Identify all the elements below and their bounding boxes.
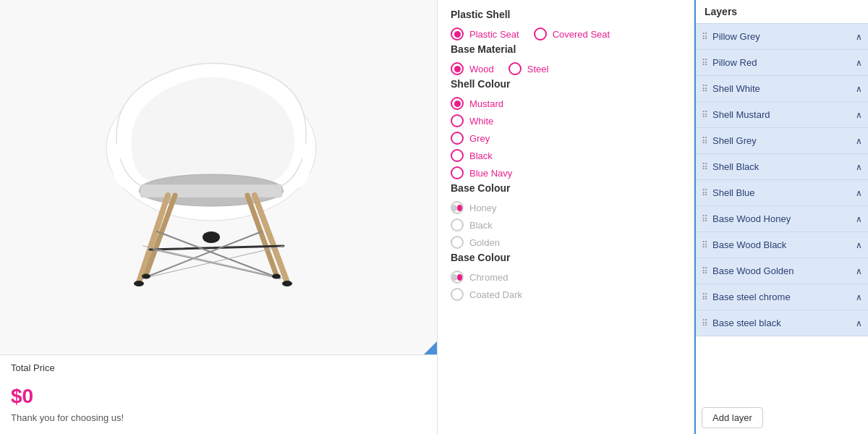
steel-option[interactable]: Steel — [509, 62, 549, 75]
layer-item-shell-mustard[interactable]: ⠿ Shell Mustard ∧ — [696, 102, 868, 128]
layer-name-shell-blue: Shell Blue — [712, 187, 856, 198]
left-panel: Total Price $0 Thank you for choosing us… — [0, 0, 438, 434]
layer-name-shell-grey: Shell Grey — [712, 135, 856, 146]
mustard-label: Mustard — [469, 98, 503, 109]
chevron-shell-mustard[interactable]: ∧ — [856, 110, 862, 120]
drag-handle-shell-blue[interactable]: ⠿ — [702, 188, 708, 198]
chair-image — [74, 36, 363, 318]
drag-handle-base-wood-black[interactable]: ⠿ — [702, 240, 708, 250]
chevron-shell-white[interactable]: ∧ — [856, 84, 862, 94]
covered-seat-option[interactable]: Covered Seat — [534, 27, 610, 41]
honey-radio[interactable] — [451, 201, 464, 214]
drag-handle-shell-white[interactable]: ⠿ — [702, 84, 708, 94]
drag-handle-base-steel-chrome[interactable]: ⠿ — [702, 292, 708, 302]
black-radio[interactable] — [451, 149, 464, 162]
chevron-base-wood-honey[interactable]: ∧ — [856, 214, 862, 224]
plastic-seat-option[interactable]: Plastic Seat — [451, 27, 519, 41]
black-label: Black — [469, 150, 493, 161]
layer-item-pillow-red[interactable]: ⠿ Pillow Red ∧ — [696, 50, 868, 76]
steel-radio[interactable] — [509, 62, 522, 75]
layer-item-base-wood-golden[interactable]: ⠿ Base Wood Golden ∧ — [696, 258, 868, 284]
base-colour-steel-section: Base Colour Chromed Coated Dark — [451, 252, 681, 301]
chromed-radio[interactable] — [451, 271, 464, 284]
wood-option[interactable]: Wood — [451, 62, 494, 75]
blue-navy-label: Blue Navy — [469, 168, 512, 179]
plastic-shell-title: Plastic Shell — [451, 9, 681, 20]
white-option[interactable]: White — [451, 114, 681, 127]
white-label: White — [469, 116, 493, 127]
layer-name-base-wood-black: Base Wood Black — [712, 239, 856, 250]
drag-handle-base-wood-honey[interactable]: ⠿ — [702, 214, 708, 224]
black-wood-radio[interactable] — [451, 218, 464, 231]
layer-item-base-wood-honey[interactable]: ⠿ Base Wood Honey ∧ — [696, 206, 868, 232]
price-area: Total Price $0 Thank you for choosing us… — [0, 354, 437, 434]
layer-item-base-wood-black[interactable]: ⠿ Base Wood Black ∧ — [696, 232, 868, 258]
layer-item-shell-grey[interactable]: ⠿ Shell Grey ∧ — [696, 128, 868, 154]
blue-navy-option[interactable]: Blue Navy — [451, 166, 681, 179]
honey-label: Honey — [469, 203, 497, 213]
drag-handle-pillow-grey[interactable]: ⠿ — [702, 32, 708, 42]
add-layer-button[interactable]: Add layer — [702, 407, 763, 428]
base-material-section: Base Material Wood Steel — [451, 43, 681, 75]
layer-item-base-steel-chrome[interactable]: ⠿ Base steel chrome ∧ — [696, 284, 868, 310]
layer-item-base-steel-black[interactable]: ⠿ Base steel black ∧ — [696, 310, 868, 336]
price-display: $0 — [11, 376, 426, 409]
mustard-option[interactable]: Mustard — [451, 97, 681, 110]
coated-dark-label: Coated Dark — [469, 289, 522, 300]
corner-indicator — [424, 341, 437, 354]
grey-option[interactable]: Grey — [451, 132, 681, 145]
chevron-pillow-grey[interactable]: ∧ — [856, 32, 862, 42]
coated-dark-radio[interactable] — [451, 288, 464, 301]
black-option[interactable]: Black — [451, 149, 681, 162]
drag-handle-shell-black[interactable]: ⠿ — [702, 162, 708, 172]
layer-name-base-wood-honey: Base Wood Honey — [712, 213, 856, 224]
svg-point-13 — [134, 281, 144, 286]
chevron-shell-blue[interactable]: ∧ — [856, 188, 862, 198]
chevron-shell-black[interactable]: ∧ — [856, 162, 862, 172]
base-material-title: Base Material — [451, 43, 681, 55]
base-colour-wood-title: Base Colour — [451, 182, 681, 194]
wood-radio[interactable] — [451, 62, 464, 75]
layer-item-pillow-grey[interactable]: ⠿ Pillow Grey ∧ — [696, 24, 868, 50]
thank-you-message: Thank you for choosing us! — [11, 412, 426, 423]
base-colour-wood-options: Honey Black Golden — [451, 201, 681, 249]
honey-option[interactable]: Honey — [451, 201, 681, 214]
base-material-options: Wood Steel — [451, 62, 681, 75]
drag-handle-shell-mustard[interactable]: ⠿ — [702, 110, 708, 120]
layer-name-shell-black: Shell Black — [712, 161, 856, 172]
layer-item-shell-blue[interactable]: ⠿ Shell Blue ∧ — [696, 180, 868, 206]
drag-handle-base-wood-golden[interactable]: ⠿ — [702, 266, 708, 276]
layer-name-pillow-grey: Pillow Grey — [712, 31, 856, 42]
plastic-seat-radio[interactable] — [451, 27, 464, 41]
chevron-base-wood-black[interactable]: ∧ — [856, 240, 862, 250]
chromed-option[interactable]: Chromed — [451, 271, 681, 284]
layer-name-base-steel-black: Base steel black — [712, 318, 856, 328]
chevron-shell-grey[interactable]: ∧ — [856, 136, 862, 146]
chevron-base-steel-black[interactable]: ∧ — [856, 318, 862, 328]
covered-seat-radio[interactable] — [534, 27, 547, 41]
white-radio[interactable] — [451, 114, 464, 127]
layer-item-shell-white[interactable]: ⠿ Shell White ∧ — [696, 76, 868, 102]
layer-item-shell-black[interactable]: ⠿ Shell Black ∧ — [696, 154, 868, 180]
layers-list: ⠿ Pillow Grey ∧ ⠿ Pillow Red ∧ ⠿ Shell W… — [696, 24, 868, 401]
grey-radio[interactable] — [451, 132, 464, 145]
mustard-radio[interactable] — [451, 97, 464, 110]
base-colour-steel-title: Base Colour — [451, 252, 681, 263]
drag-handle-base-steel-black[interactable]: ⠿ — [702, 318, 708, 328]
blue-navy-radio[interactable] — [451, 166, 464, 179]
chromed-label: Chromed — [469, 272, 508, 283]
drag-handle-pillow-red[interactable]: ⠿ — [702, 58, 708, 68]
drag-handle-shell-grey[interactable]: ⠿ — [702, 136, 708, 146]
options-panel: Plastic Shell Plastic Seat Covered Seat … — [438, 0, 694, 434]
chevron-base-wood-golden[interactable]: ∧ — [856, 266, 862, 276]
black-wood-option[interactable]: Black — [451, 218, 681, 231]
shell-colour-options: Mustard White Grey Black Blue Navy — [451, 97, 681, 179]
svg-line-4 — [255, 195, 287, 282]
coated-dark-option[interactable]: Coated Dark — [451, 288, 681, 301]
svg-rect-2 — [140, 184, 282, 197]
golden-option[interactable]: Golden — [451, 236, 681, 249]
plastic-seat-label: Plastic Seat — [469, 29, 519, 40]
chevron-base-steel-chrome[interactable]: ∧ — [856, 292, 862, 302]
golden-radio[interactable] — [451, 236, 464, 249]
chevron-pillow-red[interactable]: ∧ — [856, 58, 862, 68]
